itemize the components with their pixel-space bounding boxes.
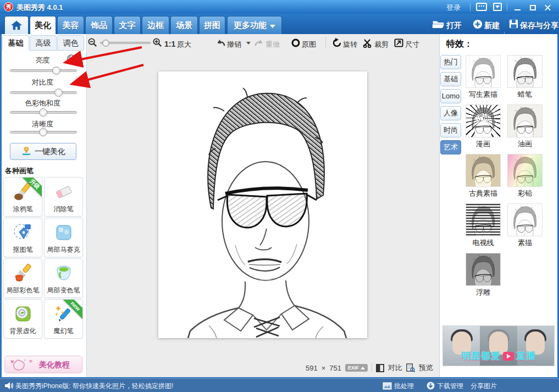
effect-label: 写生素描 [462,90,504,100]
effect-label: 素描 [504,238,546,248]
tab-retouch[interactable]: 美容 [57,16,84,34]
effect-label: 古典素描 [462,189,504,198]
original-image-icon[interactable] [291,38,300,49]
tab-scenes[interactable]: 场景 [170,16,198,34]
brush-eraser-pen[interactable]: 消除笔 [44,177,83,217]
zoom-in-icon[interactable] [153,38,162,49]
effect-label: 电视线 [462,238,504,248]
close-button[interactable] [543,4,554,12]
category-basic[interactable]: 基础 [440,72,461,86]
brush-background-blur[interactable]: 背景虚化 [3,299,42,339]
crop-button[interactable]: 裁剪 [374,40,389,49]
brightness-slider[interactable] [10,69,77,72]
effect-thumb-life-sketch[interactable] [466,55,501,88]
zoom-out-icon[interactable] [88,38,97,49]
tab-text[interactable]: 文字 [114,16,141,34]
save-icon[interactable] [509,19,518,31]
preview-icon[interactable] [406,363,415,372]
tab-beautify[interactable]: 美化 [30,16,56,34]
brush-magic-pen[interactable]: new 魔幻笔 [44,299,83,339]
effect-thumb-emboss[interactable] [466,253,501,286]
brush-partial-mosaic[interactable]: 局部马赛克 [44,218,83,257]
resize-button[interactable]: 尺寸 [405,40,419,49]
effect-thumb-comic[interactable] [466,104,501,137]
feedback-chat-icon[interactable] [476,3,487,11]
brightness-slider-handle[interactable] [52,67,60,75]
login-link[interactable]: 登录 [446,3,461,13]
tab-basic[interactable]: 基础 [2,35,29,51]
batch-button[interactable]: 批处理 [394,382,414,391]
sharpness-slider-handle[interactable] [39,128,47,136]
crop-icon[interactable] [363,38,373,50]
category-lomo[interactable]: Lomo [440,89,461,103]
tab-frames[interactable]: 边框 [142,16,169,34]
taskbar-message[interactable]: 美图秀秀iPhone版: 帮你快速美化照片，轻松搞定拼图! [15,382,173,391]
sharpness-slider[interactable] [10,131,77,134]
undo-button[interactable]: 撤销 [227,40,241,49]
mosaic-icon [53,222,74,243]
open-icon[interactable] [432,19,445,31]
exif-badge[interactable]: EXIF [345,364,368,372]
new-button[interactable]: 新建 [484,21,500,31]
open-button[interactable]: 打开 [446,21,462,31]
beautify-tutorial-button[interactable]: 美化教程 [4,356,82,373]
effect-thumb-sketch[interactable] [507,203,543,236]
tab-collage[interactable]: 拼图 [199,16,225,34]
toolbar-divider [325,37,326,48]
effect-thumb-classical-sketch[interactable] [466,154,501,187]
rotate-button[interactable]: 旋转 [343,40,357,49]
minimize-button[interactable] [512,4,523,12]
dimension-separator: × [322,364,326,372]
resize-icon[interactable] [394,38,403,49]
one-click-beautify-button[interactable]: 一键美化 [10,143,76,160]
category-hot[interactable]: 热门 [440,55,461,69]
undo-icon[interactable] [215,38,226,50]
effect-thumb-crayon[interactable] [507,55,543,88]
compare-button[interactable]: 对比 [388,363,402,373]
download-manager-button[interactable]: 下载管理 [437,382,463,391]
original-image-button[interactable]: 原图 [302,40,316,49]
share-images-button[interactable]: 分享图片 [471,382,497,391]
effect-thumb-colored-pencil[interactable] [507,154,543,187]
brush-doodle-pen[interactable]: 升级 涂鸦笔 [3,177,42,217]
batch-icon[interactable] [383,382,392,390]
canvas-image[interactable] [158,71,367,338]
tab-advanced[interactable]: 高级 [30,35,57,51]
saturation-label: 色彩饱和度 [0,98,85,108]
ad-banner[interactable]: 明星都爱 直播 [442,325,555,366]
category-portrait[interactable]: 人像 [440,106,461,120]
zoom-slider-handle[interactable] [102,40,109,47]
brush-partial-recolor-pen[interactable]: 局部变色笔 [44,258,83,298]
category-fashion[interactable]: 时尚 [440,123,461,137]
tab-more-features[interactable]: 更多功能 [227,16,282,34]
canvas-status-row: 591 × 751 EXIF 对比 预览 [306,362,433,373]
undo-dropdown-caret[interactable] [246,42,251,47]
effect-thumb-oil-painting[interactable] [507,104,543,137]
tab-color[interactable]: 调色 [57,35,84,51]
home-tab[interactable] [4,16,29,34]
contrast-slider[interactable] [10,91,77,94]
maximize-button[interactable] [528,4,539,12]
saturation-slider-handle[interactable] [39,108,47,117]
zoom-original-button[interactable]: 原大 [177,40,191,49]
download-icon[interactable] [427,382,435,390]
status-divider [372,363,372,372]
rotate-icon[interactable] [332,38,342,50]
brush-cutout-pen[interactable]: 抠图笔 [3,218,42,257]
tab-accessories[interactable]: 饰品 [85,16,113,34]
save-share-button[interactable]: 保存与分享 [520,21,558,31]
zoom-ratio-label[interactable]: 1:1 [164,40,175,48]
effect-thumb-tv-lines[interactable] [466,203,501,236]
category-art[interactable]: 艺术 [440,140,461,154]
effect-label: 蜡笔 [504,90,546,100]
eraser-icon [53,181,74,202]
contrast-slider-handle[interactable] [54,89,63,97]
preview-button[interactable]: 预览 [419,363,433,373]
zoom-slider[interactable] [100,42,151,44]
new-icon[interactable] [473,19,483,31]
titlebar-divider [470,3,471,11]
skin-menu-icon[interactable] [493,3,502,11]
saturation-slider[interactable] [10,111,77,114]
brush-partial-color-pen[interactable]: 局部彩色笔 [3,258,42,298]
compare-icon[interactable] [376,364,384,372]
